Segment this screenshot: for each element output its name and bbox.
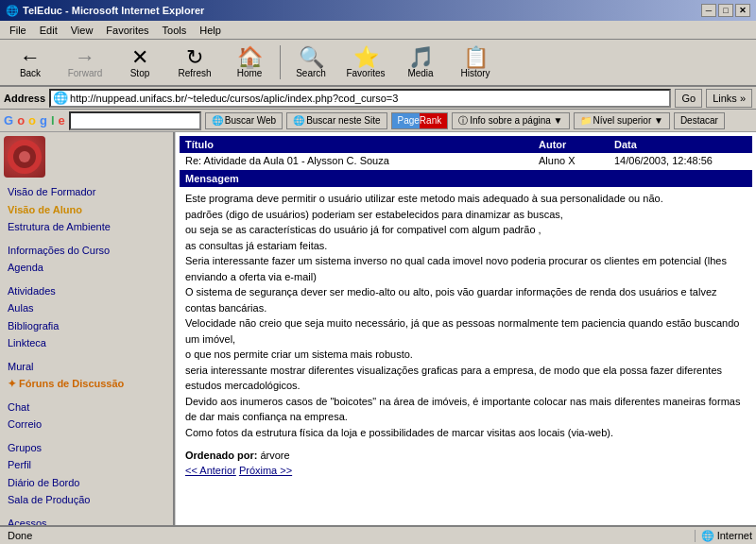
msg-line-4: Seria interessante fazer um sistema inve… [185,253,747,284]
sidebar-item-visao-aluno[interactable]: Visão de Aluno [4,201,169,219]
google-l: l [51,113,55,128]
buscar-web-label: Buscar Web [225,115,276,126]
buscar-web-icon: 🌐 [212,115,223,126]
history-button[interactable]: 📋 History [449,42,502,83]
nivel-label: Nível superior ▼ [593,115,663,126]
address-label: Address [4,93,45,104]
go-button[interactable]: Go [675,89,702,108]
header-titulo: Título [185,139,539,150]
media-icon: 🎵 [408,47,434,68]
stop-button[interactable]: ✕ Stop [113,42,166,83]
menu-view[interactable]: View [65,23,99,38]
post-author: Aluno X [539,155,614,166]
sidebar-item-aulas[interactable]: Aulas [4,299,169,317]
title-bar-controls: ─ □ ✕ [701,4,750,17]
post-row: Re: Atividade da Aula 01 - Alysson C. So… [180,153,752,168]
sidebar-item-acessos[interactable]: Acessos [4,515,169,526]
favorites-label: Favorites [346,68,385,78]
nivel-button[interactable]: 📁 Nível superior ▼ [574,112,670,129]
prev-link[interactable]: << Anterior [185,465,236,476]
destacar-button[interactable]: Destacar [674,112,725,129]
google-g2: g [40,113,47,128]
svg-point-2 [19,151,30,162]
pagerank-button[interactable]: PageRank [391,112,449,129]
menu-help[interactable]: Help [194,23,227,38]
info-label: Info sobre a página ▼ [470,115,562,126]
menu-file[interactable]: File [4,23,32,38]
page-icon: 🌐 [53,91,68,105]
header-data: Data [614,139,747,150]
status-bar: Done 🌐 Internet [0,525,756,544]
home-label: Home [237,68,263,78]
back-label: Back [20,68,41,78]
buscar-site-icon: 🌐 [293,115,304,126]
back-icon: ← [20,47,41,68]
menu-edit[interactable]: Edit [34,23,63,38]
info-icon: ⓘ [458,114,468,128]
msg-line-7: o que nos permite criar um sistema mais … [185,347,747,363]
sidebar-item-grupos[interactable]: Grupos [4,439,169,457]
message-label: Mensagem [185,173,239,184]
sidebar-item-chat[interactable]: Chat [4,399,169,416]
refresh-label: Refresh [178,68,211,78]
forward-button[interactable]: → Forward [59,42,112,83]
title-bar-left: 🌐 TelEduc - Microsoft Internet Explorer [6,5,204,17]
menu-bar: File Edit View Favorites Tools Help [0,21,756,40]
toolbar: ← Back → Forward ✕ Stop ↻ Refresh 🏠 Home… [0,40,756,87]
sidebar-item-mural[interactable]: Mural [4,358,169,376]
buscar-site-button[interactable]: 🌐 Buscar neste Site [286,112,387,129]
next-link[interactable]: Próxima >> [239,465,292,476]
refresh-button[interactable]: ↻ Refresh [168,42,221,83]
sidebar-item-informacoes-curso[interactable]: Informações do Curso [4,242,169,260]
google-g: G [4,113,13,128]
google-o2: o [28,113,36,128]
links-button[interactable]: Links » [706,89,752,108]
favorites-button[interactable]: ⭐ Favorites [339,42,392,83]
google-search-input[interactable] [73,115,198,127]
media-button[interactable]: 🎵 Media [394,42,447,83]
stop-label: Stop [130,68,150,78]
title-bar: 🌐 TelEduc - Microsoft Internet Explorer … [0,0,756,21]
msg-line-0: Este programa deve permitir o usuário ut… [185,191,747,207]
search-button[interactable]: 🔍 Search [284,42,337,83]
sidebar: Visão de Formador Visão de Aluno Estrutu… [0,132,175,525]
sidebar-item-diario-bordo[interactable]: Diário de Bordo [4,474,169,492]
favorites-icon: ⭐ [353,47,379,68]
sidebar-item-atividades[interactable]: Atividades [4,282,169,300]
post-date: 14/06/2003, 12:48:56 [614,155,747,166]
ordered-by-label: Ordenado por: [185,450,257,461]
msg-line-2: ou seja se as características do usuário… [185,222,747,238]
stop-icon: ✕ [131,47,148,68]
home-icon: 🏠 [237,47,263,68]
maximize-button[interactable]: □ [718,4,733,17]
close-button[interactable]: ✕ [735,4,750,17]
address-bar: Address 🌐 Go Links » [0,87,756,110]
sidebar-item-foruns[interactable]: ✦ Fóruns de Discussão [4,375,169,393]
minimize-button[interactable]: ─ [701,4,716,17]
sidebar-item-visao-formador[interactable]: Visão de Formador [4,183,169,201]
google-e: e [59,113,65,128]
sidebar-item-linkteca[interactable]: Linkteca [4,334,169,352]
status-zone: 🌐 Internet [701,530,752,542]
msg-line-5: O sistema de segurança dever ser medio-a… [185,284,747,315]
sidebar-item-sala-producao[interactable]: Sala de Produção [4,491,169,509]
address-input[interactable] [70,93,667,104]
menu-favorites[interactable]: Favorites [100,23,154,38]
sidebar-item-estrutura-ambiente[interactable]: Estrutura de Ambiente [4,218,169,236]
sidebar-logo [4,136,45,178]
buscar-web-button[interactable]: 🌐 Buscar Web [205,112,283,129]
sidebar-item-bibliografia[interactable]: Bibliografia [4,317,169,335]
home-button[interactable]: 🏠 Home [223,42,276,83]
message-body: Este programa deve permitir o usuário ut… [180,187,752,444]
info-button[interactable]: ⓘ Info sobre a página ▼ [452,112,569,129]
back-button[interactable]: ← Back [4,42,57,83]
msg-line-9: Devido aos inumeros casos de "boicotes" … [185,394,747,425]
media-label: Media [407,68,433,78]
ordered-by-value: árvore [260,450,289,461]
sidebar-item-perfil[interactable]: Perfil [4,456,169,474]
sidebar-item-agenda[interactable]: Agenda [4,259,169,277]
sidebar-item-correio[interactable]: Correio [4,416,169,434]
search-label: Search [296,68,326,78]
sidebar-scroll[interactable]: Visão de Formador Visão de Aluno Estrutu… [0,132,173,525]
menu-tools[interactable]: Tools [157,23,193,38]
